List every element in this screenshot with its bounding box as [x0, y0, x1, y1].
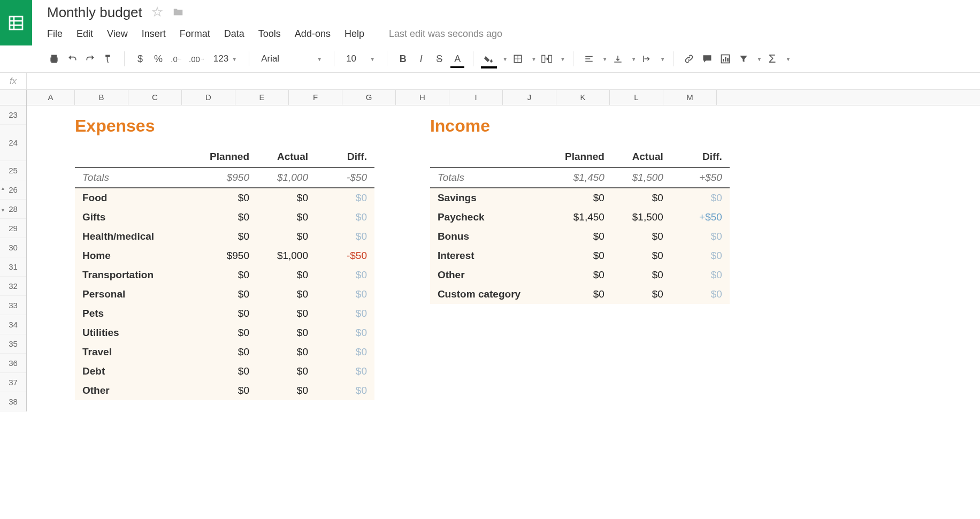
actual-cell[interactable]: $0 — [257, 323, 316, 342]
paint-format-icon[interactable] — [101, 51, 117, 67]
currency-button[interactable]: $ — [132, 51, 148, 67]
merge-cells-icon[interactable] — [539, 51, 555, 67]
actual-cell[interactable]: $0 — [257, 208, 316, 227]
borders-caret[interactable]: ▼ — [531, 56, 537, 62]
planned-cell[interactable]: $0 — [553, 246, 612, 265]
row-label[interactable]: Bonus — [430, 227, 553, 246]
row-label[interactable]: Home — [75, 246, 198, 265]
planned-cell[interactable]: $0 — [553, 265, 612, 285]
col-header[interactable]: E — [235, 90, 289, 105]
text-color-button[interactable]: A — [449, 51, 465, 67]
row-header[interactable]: 33 — [0, 296, 26, 315]
diff-cell[interactable]: $0 — [316, 362, 374, 381]
diff-cell[interactable]: $0 — [316, 265, 374, 285]
cell-grid[interactable]: Expenses Planned Actual Diff. Totals $95… — [27, 105, 980, 411]
print-icon[interactable] — [46, 51, 62, 67]
row-header[interactable]: 29 — [0, 219, 26, 238]
filter-icon[interactable] — [736, 51, 752, 67]
diff-cell[interactable]: $0 — [671, 246, 730, 265]
col-header[interactable]: A — [27, 90, 75, 105]
planned-cell[interactable]: $0 — [198, 188, 257, 208]
planned-cell[interactable]: $0 — [198, 227, 257, 246]
menu-tools[interactable]: Tools — [258, 28, 281, 40]
row-label[interactable]: Transportation — [75, 265, 198, 285]
col-header[interactable]: D — [182, 90, 235, 105]
planned-cell[interactable]: $0 — [198, 304, 257, 323]
diff-cell[interactable]: $0 — [316, 342, 374, 362]
totals-label[interactable]: Totals — [75, 167, 198, 188]
planned-cell[interactable]: $0 — [198, 362, 257, 381]
actual-cell[interactable]: $0 — [612, 265, 671, 285]
star-icon[interactable] — [152, 6, 163, 19]
actual-cell[interactable]: $0 — [257, 342, 316, 362]
col-header[interactable]: F — [289, 90, 342, 105]
actual-cell[interactable]: $0 — [257, 265, 316, 285]
row-header[interactable]: 38 — [0, 392, 26, 411]
col-header[interactable]: M — [663, 90, 717, 105]
diff-cell[interactable]: $0 — [316, 227, 374, 246]
row-label[interactable]: Personal — [75, 285, 198, 304]
totals-actual[interactable]: $1,000 — [257, 167, 316, 188]
totals-planned[interactable]: $950 — [198, 167, 257, 188]
redo-icon[interactable] — [82, 51, 98, 67]
number-format-select[interactable]: 123▼ — [209, 51, 241, 67]
merge-caret[interactable]: ▼ — [560, 56, 565, 62]
col-header[interactable]: I — [449, 90, 503, 105]
planned-cell[interactable]: $0 — [553, 227, 612, 246]
planned-cell[interactable]: $0 — [553, 188, 612, 208]
totals-planned[interactable]: $1,450 — [553, 167, 612, 188]
diff-cell[interactable]: $0 — [671, 285, 730, 304]
diff-cell[interactable]: $0 — [671, 227, 730, 246]
actual-cell[interactable]: $0 — [257, 285, 316, 304]
row-label[interactable]: Food — [75, 188, 198, 208]
fill-color-icon[interactable] — [481, 51, 497, 67]
row-header[interactable]: ▼28 — [0, 200, 26, 219]
font-select[interactable]: Arial▼ — [257, 51, 326, 67]
col-header[interactable]: B — [75, 90, 128, 105]
halign-caret[interactable]: ▼ — [602, 56, 608, 62]
diff-cell[interactable]: $0 — [316, 381, 374, 400]
actual-cell[interactable]: $0 — [612, 188, 671, 208]
select-all-corner[interactable] — [0, 90, 27, 105]
col-header[interactable]: K — [556, 90, 610, 105]
row-label[interactable]: Other — [75, 381, 198, 400]
menu-data[interactable]: Data — [224, 28, 244, 40]
formula-input[interactable] — [27, 73, 980, 89]
diff-cell[interactable]: $0 — [316, 285, 374, 304]
row-label[interactable]: Paycheck — [430, 208, 553, 227]
vertical-align-icon[interactable] — [610, 51, 626, 67]
planned-cell[interactable]: $1,450 — [553, 208, 612, 227]
menu-edit[interactable]: Edit — [76, 28, 93, 40]
group-collapse-down-icon[interactable]: ▼ — [1, 201, 5, 220]
row-label[interactable]: Gifts — [75, 208, 198, 227]
menu-insert[interactable]: Insert — [142, 28, 166, 40]
folder-icon[interactable] — [172, 6, 184, 19]
row-label[interactable]: Custom category — [430, 285, 553, 304]
menu-addons[interactable]: Add-ons — [295, 28, 331, 40]
row-header[interactable]: 24 — [0, 125, 26, 161]
planned-cell[interactable]: $950 — [198, 246, 257, 265]
row-header[interactable]: 32 — [0, 277, 26, 296]
row-header[interactable]: 36 — [0, 354, 26, 373]
actual-cell[interactable]: $1,000 — [257, 246, 316, 265]
totals-label[interactable]: Totals — [430, 167, 553, 188]
row-label[interactable]: Interest — [430, 246, 553, 265]
planned-cell[interactable]: $0 — [198, 323, 257, 342]
diff-cell[interactable]: +$50 — [671, 208, 730, 227]
actual-cell[interactable]: $0 — [612, 285, 671, 304]
menu-format[interactable]: Format — [180, 28, 210, 40]
menu-help[interactable]: Help — [344, 28, 364, 40]
planned-cell[interactable]: $0 — [198, 381, 257, 400]
undo-icon[interactable] — [64, 51, 80, 67]
diff-cell[interactable]: $0 — [316, 188, 374, 208]
row-header[interactable]: 25 — [0, 161, 26, 180]
font-size-select[interactable]: 10▼ — [342, 51, 379, 67]
functions-icon[interactable]: Σ — [764, 51, 780, 67]
insert-chart-icon[interactable] — [717, 51, 733, 67]
sheets-logo[interactable] — [0, 0, 32, 45]
row-header[interactable]: 31 — [0, 257, 26, 277]
menu-view[interactable]: View — [107, 28, 128, 40]
group-collapse-up-icon[interactable]: ▲ — [1, 179, 5, 198]
row-label[interactable]: Other — [430, 265, 553, 285]
diff-cell[interactable]: $0 — [671, 265, 730, 285]
